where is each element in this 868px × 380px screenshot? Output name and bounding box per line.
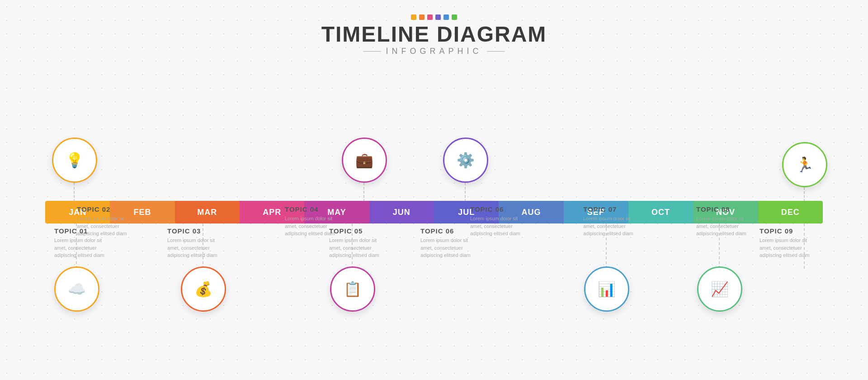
- icon-cloud: ☁️: [68, 282, 86, 296]
- topic-block-03: TOPIC 03 Lorem ipsum dolor sitamet, cons…: [167, 227, 217, 259]
- topic-block-01: TOPIC 01 Lorem ipsum dolor sitamet, cons…: [54, 227, 104, 259]
- topic-03-text: Lorem ipsum dolor sitamet, consectetuera…: [167, 237, 217, 259]
- dot-purple: [435, 14, 441, 20]
- month-jun: JUN: [369, 201, 434, 223]
- header-dots: [411, 14, 457, 20]
- topic-block-06-below: TOPIC 06 Lorem ipsum dolor sitamet, cons…: [420, 227, 471, 259]
- dot-blue: [443, 14, 449, 20]
- topic-block-08-above: TOPIC 08 Lorem ipsum dolor sitamet, cons…: [696, 205, 746, 238]
- topic-06b-label: TOPIC 06: [420, 227, 471, 235]
- topic-01-text: Lorem ipsum dolor sitamet, consectetuera…: [54, 237, 104, 259]
- dot-pink: [427, 14, 433, 20]
- topic-04-label: TOPIC 04: [285, 205, 335, 213]
- icon-running: 🏃: [796, 157, 814, 172]
- connector-01-above: [74, 183, 75, 202]
- icon-lightbulb: 💡: [66, 153, 84, 167]
- icon-briefcase: 💼: [355, 153, 373, 167]
- topic-07-text: Lorem ipsum dolor sitamet, consectetuera…: [583, 215, 633, 238]
- topic-07-label: TOPIC 07: [583, 205, 633, 213]
- icon-growth: 📈: [711, 282, 729, 296]
- circle-topic04: 💼: [342, 138, 387, 183]
- dot-dark-orange: [419, 14, 425, 20]
- page-header: TIMELINE DIAGRAM INFOGRAPHIC: [321, 14, 547, 56]
- circle-topic08: 📈: [697, 266, 742, 312]
- icon-gear: ⚙️: [457, 153, 475, 167]
- topic-01-label: TOPIC 01: [54, 227, 104, 235]
- topic-02-label: TOPIC 02: [77, 205, 127, 213]
- dot-orange: [411, 14, 416, 20]
- topic-block-06-above: TOPIC 06 Lorem ipsum dolor sitamet, cons…: [470, 205, 520, 238]
- icon-coins: 💰: [194, 282, 212, 296]
- topic-06-label: TOPIC 06: [470, 205, 520, 213]
- topic-09-label: TOPIC 09: [760, 227, 810, 235]
- topic-block-07-above: TOPIC 07 Lorem ipsum dolor sitamet, cons…: [583, 205, 633, 238]
- infographic: JAN FEB MAR APR MAY JUN JUL AUG SEP OCT …: [27, 61, 841, 380]
- circle-topic03: 💰: [181, 266, 226, 312]
- connector-04-above: [363, 183, 364, 202]
- circle-dec: 🏃: [782, 142, 827, 187]
- topic-06-text: Lorem ipsum dolor sitamet, consectetuera…: [470, 215, 520, 238]
- topic-block-04-above: TOPIC 04 Lorem ipsum dolor sitamet, cons…: [285, 205, 335, 238]
- topic-04-text: Lorem ipsum dolor sitamet, consectetuera…: [285, 215, 335, 238]
- circle-topic06: ⚙️: [443, 138, 488, 183]
- connector-dec: [804, 187, 805, 202]
- topic-08-label: TOPIC 08: [696, 205, 746, 213]
- topic-03-label: TOPIC 03: [167, 227, 217, 235]
- topic-block-05: TOPIC 05 Lorem ipsum dolor sitamet, cons…: [329, 227, 379, 259]
- topic-09-text: Lorem ipsum dolor sitamet, consectetuera…: [760, 237, 810, 259]
- circle-topic02: 💡: [52, 138, 97, 183]
- month-mar: MAR: [175, 201, 240, 223]
- month-oct: OCT: [628, 201, 693, 223]
- topic-05-label: TOPIC 05: [329, 227, 379, 235]
- circle-topic05: 📋: [330, 266, 375, 312]
- dot-green: [452, 14, 457, 20]
- connector-06-above: [465, 183, 466, 202]
- circle-topic07: 📊: [584, 266, 629, 312]
- month-dec: DEC: [758, 201, 823, 223]
- icon-chart-doc: 📋: [344, 282, 362, 296]
- subtitle: INFOGRAPHIC: [321, 47, 547, 56]
- topic-block-09: TOPIC 09 Lorem ipsum dolor sitamet, cons…: [760, 227, 810, 259]
- topic-08-text: Lorem ipsum dolor sitamet, consectetuera…: [696, 215, 746, 238]
- topic-05-text: Lorem ipsum dolor sitamet, consectetuera…: [329, 237, 379, 259]
- main-title: TIMELINE DIAGRAM: [321, 22, 547, 47]
- topic-06b-text: Lorem ipsum dolor sitamet, consectetuera…: [420, 237, 471, 259]
- icon-presentation: 📊: [598, 282, 616, 296]
- circle-topic01: ☁️: [54, 266, 99, 312]
